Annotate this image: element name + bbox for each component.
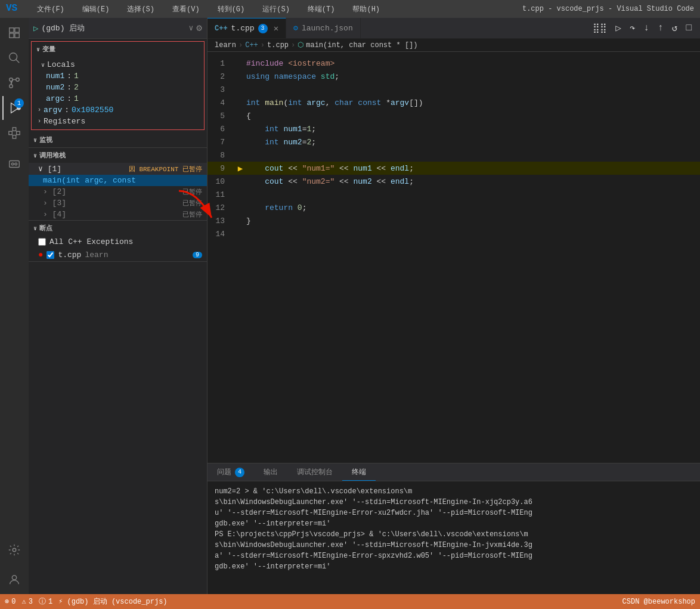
code-line-9: 9 ▶ cout << "num1=" << num1 << endl; [207, 162, 700, 175]
bottom-tab-problems[interactable]: 问题 4 [207, 463, 254, 481]
menu-select[interactable]: 选择(S) [124, 3, 157, 16]
tab-bar: C++ t.cpp 3 ✕ ⚙ launch.json [207, 18, 361, 38]
svg-point-7 [16, 78, 20, 82]
var-argv-name: argv [44, 106, 62, 115]
var-num2-name: num2 [46, 83, 64, 92]
debug-continue-btn[interactable]: ▷ [613, 21, 624, 35]
callstack-item-4[interactable]: › [4] 已暂停 [29, 209, 207, 220]
current-line-arrow: ▶ [238, 163, 243, 174]
breadcrumb-file[interactable]: t.cpp [267, 41, 289, 50]
callstack-label: 调用堆栈 [39, 151, 66, 160]
breakpoints-header[interactable]: ∨ 断点 [29, 221, 207, 236]
menu-terminal[interactable]: 终端(T) [305, 3, 338, 16]
vscode-icon: VS [6, 3, 17, 16]
terminal-line-8: gdb.exe' '--interpreter=mi' [215, 561, 693, 572]
debug-play-icon[interactable]: ▷ [33, 23, 38, 33]
variables-header[interactable]: ∨ 变量 [32, 42, 204, 57]
tab-tcpp-close[interactable]: ✕ [274, 23, 278, 33]
activity-settings[interactable] [2, 538, 26, 562]
bottom-tab-debug-console[interactable]: 调试控制台 [287, 463, 342, 481]
debug-stop-btn[interactable]: □ [683, 21, 694, 35]
activity-search[interactable] [2, 46, 26, 70]
var-argv-value: 0x1082550 [72, 106, 113, 115]
debug-step-into-btn[interactable]: ↓ [642, 21, 652, 35]
svg-line-5 [16, 60, 20, 63]
callstack-item-main[interactable]: main(int argc, const [29, 175, 207, 186]
terminal-line-6: s\bin\WindowsDebugLauncher.exe' '--stdin… [215, 540, 693, 551]
menu-goto[interactable]: 转到(G) [215, 3, 248, 16]
breadcrumb: learn › C++ › t.cpp › ⬡ main(int, char c… [207, 39, 700, 52]
activity-source-control[interactable] [2, 71, 26, 95]
menu-view[interactable]: 查看(V) [169, 3, 203, 16]
activity-accounts[interactable] [2, 568, 26, 592]
var-argv[interactable]: › argv : 0x1082550 [32, 104, 204, 116]
status-debug-session[interactable]: ⚡ (gdb) 启动 (vscode_prjs) [58, 596, 167, 607]
debug-settings-icon[interactable]: ⚙ [196, 22, 202, 34]
line-num-1: 1 [207, 59, 234, 68]
debug-step-out-btn[interactable]: ↑ [655, 21, 666, 35]
bp-tcpp[interactable]: ● t.cpp learn 9 [29, 248, 207, 261]
line-num-12: 12 [207, 203, 234, 212]
bp-tcpp-checkbox[interactable] [47, 251, 54, 259]
bottom-tab-problems-label: 问题 [217, 467, 231, 477]
terminal-line-4: gdb.exe' '--interpreter=mi' [215, 518, 693, 529]
debug-dropdown-arrow[interactable]: ∨ [189, 23, 194, 33]
breakpoints-label: 断点 [39, 224, 52, 233]
bottom-tab-terminal[interactable]: 终端 [342, 463, 376, 481]
activity-remote[interactable] [2, 152, 26, 176]
line-content-11 [246, 190, 690, 199]
debug-step-over-btn[interactable]: ↷ [627, 21, 638, 35]
var-argc[interactable]: argc : 1 [32, 93, 204, 104]
registers-group[interactable]: › Registers [32, 116, 204, 127]
activity-explorer[interactable] [2, 21, 26, 45]
bottom-tab-debug-label: 调试控制台 [297, 467, 333, 477]
menu-edit[interactable]: 编辑(E) [79, 3, 113, 16]
status-info[interactable]: ⓘ 1 [39, 596, 52, 607]
terminal-line-2: s\bin\WindowsDebugLauncher.exe' '--stdin… [215, 497, 693, 508]
code-editor[interactable]: 1 #include <iostream> 2 using namespace … [207, 52, 700, 463]
bottom-panel: 问题 4 输出 调试控制台 终端 num2=2 [207, 463, 700, 594]
activity-extensions[interactable] [2, 121, 26, 145]
breadcrumb-cpp[interactable]: C++ [245, 41, 258, 50]
menu-file[interactable]: 文件(F) [34, 3, 67, 16]
callstack-header[interactable]: ∨ 调用堆栈 [29, 148, 207, 163]
tab-launch-json[interactable]: ⚙ launch.json [286, 18, 361, 38]
breadcrumb-function[interactable]: main(int, char const * []) [306, 41, 417, 50]
bottom-tab-output[interactable]: 输出 [254, 463, 287, 481]
debug-controls: ⣿⣿ ▷ ↷ ↓ ↑ ↺ □ [584, 18, 700, 38]
terminal-content[interactable]: num2=2 > & 'c:\Users\dell\.vscode\extens… [207, 481, 700, 594]
callstack-item-3[interactable]: › [3] 已暂停 [29, 197, 207, 209]
tab-tcpp[interactable]: C++ t.cpp 3 ✕ [207, 18, 286, 38]
debug-dots-icon[interactable]: ⣿⣿ [590, 21, 609, 35]
menu-run[interactable]: 运行(S) [259, 3, 293, 16]
var-argc-name: argc [46, 94, 64, 103]
var-num1[interactable]: num1 : 1 [32, 70, 204, 82]
activity-debug[interactable]: 1 [2, 96, 26, 120]
locals-group[interactable]: ∨ Locals [32, 59, 204, 70]
line-num-6: 6 [207, 125, 234, 134]
bp-all-cpp-checkbox[interactable] [38, 238, 46, 246]
callstack-item-2[interactable]: › [2] 已暂停 [29, 186, 207, 197]
breadcrumb-learn[interactable]: learn [215, 41, 236, 50]
bp-all-cpp[interactable]: All C++ Exceptions [29, 236, 207, 248]
svg-point-8 [10, 85, 13, 88]
watch-header[interactable]: ∨ 监视 [29, 132, 207, 147]
tab-tcpp-label: t.cpp [231, 24, 255, 33]
tab-json-icon: ⚙ [293, 23, 298, 33]
status-bar: ⊗ 0 ⚠ 3 ⓘ 1 ⚡ (gdb) 启动 (vscode_prjs) CSD… [0, 594, 700, 609]
menu-help[interactable]: 帮助(H) [349, 3, 383, 16]
title-bar: VS 文件(F) 编辑(E) 选择(S) 查看(V) 转到(G) 运行(S) 终… [0, 0, 700, 18]
status-warnings[interactable]: ⚠ 3 [21, 597, 32, 606]
editor-area: C++ t.cpp 3 ✕ ⚙ launch.json ⣿⣿ ▷ ↷ ↓ ↑ ↺… [207, 18, 700, 594]
bp-tcpp-count: 9 [193, 252, 202, 258]
debug-session-status: ⚡ (gdb) 启动 (vscode_prjs) [58, 596, 167, 607]
debug-restart-btn[interactable]: ↺ [670, 21, 680, 35]
callstack-item-1[interactable]: ∨ [1] 因 BREAKPOINT 已暂停 [29, 163, 207, 175]
status-errors[interactable]: ⊗ 0 [5, 597, 16, 606]
svg-point-19 [11, 163, 14, 165]
warning-count: 3 [29, 598, 33, 606]
main-layout: 1 ▷ [0, 18, 700, 594]
var-num2[interactable]: num2 : 2 [32, 82, 204, 93]
var-num2-value: 2 [74, 83, 79, 92]
svg-rect-15 [13, 128, 16, 131]
